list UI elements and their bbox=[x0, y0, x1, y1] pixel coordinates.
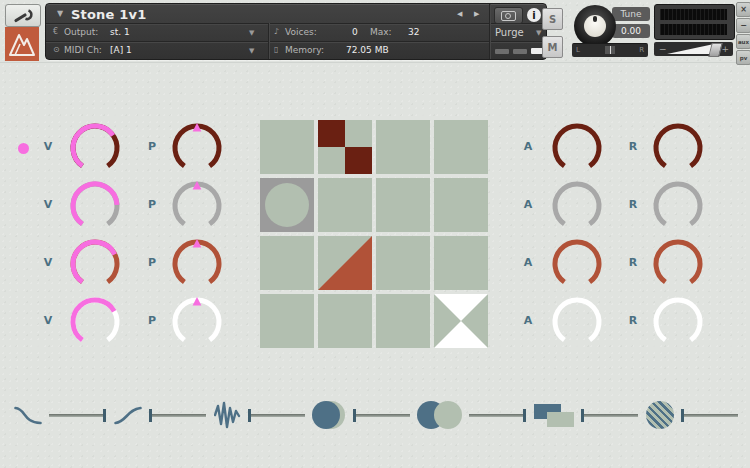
volume-knob-layer-4[interactable] bbox=[69, 296, 121, 348]
close-button[interactable]: × bbox=[736, 2, 750, 17]
instrument-panel: VPARVPARVPARVPAR bbox=[0, 62, 750, 468]
prev-instrument-icon[interactable]: ◀ bbox=[457, 10, 462, 18]
purge-indicator-bar bbox=[495, 49, 509, 54]
moon-phase-slider[interactable] bbox=[353, 408, 410, 423]
grid-cell-r2c2[interactable] bbox=[318, 178, 372, 232]
pan-right-label: R bbox=[639, 46, 644, 54]
attack-label-layer-4: A bbox=[521, 314, 535, 327]
pan-slider[interactable]: L R bbox=[572, 43, 648, 57]
pan-knob-layer-2-arc bbox=[171, 180, 223, 232]
pan-knob-layer-4[interactable] bbox=[171, 296, 223, 348]
slider-track bbox=[353, 414, 410, 417]
attack-slider[interactable] bbox=[149, 408, 206, 423]
volume-wedge bbox=[667, 44, 714, 54]
volume-knob-layer-3[interactable] bbox=[69, 238, 121, 290]
grid-cell-r4c2[interactable] bbox=[318, 294, 372, 348]
overlap-circles-icon bbox=[417, 401, 462, 429]
attack-knob-layer-1-arc bbox=[551, 122, 603, 174]
pan-knob-layer-1-arc bbox=[171, 122, 223, 174]
midi-dropdown-icon[interactable]: ▼ bbox=[249, 47, 254, 55]
overlap-rects-slider[interactable] bbox=[581, 408, 638, 423]
mute-button[interactable]: M bbox=[542, 36, 563, 58]
grid-cell-r3c1[interactable] bbox=[260, 236, 314, 290]
attack-label-layer-2: A bbox=[521, 198, 535, 211]
memory-value: 72.05 MB bbox=[346, 45, 389, 55]
output-value[interactable]: st. 1 bbox=[110, 27, 130, 37]
next-instrument-icon[interactable]: ▶ bbox=[474, 10, 479, 18]
active-layer-indicator bbox=[18, 143, 29, 154]
slider-tick[interactable] bbox=[149, 409, 152, 422]
max-voices-label: Max: bbox=[370, 27, 392, 37]
moon-phase-icon bbox=[312, 401, 345, 429]
minimize-button[interactable]: − bbox=[736, 18, 750, 33]
grid-cell-r3c2[interactable] bbox=[318, 236, 372, 290]
release-knob-layer-3[interactable] bbox=[652, 238, 704, 290]
grid-cell-r1c4[interactable] bbox=[434, 120, 488, 174]
release-knob-layer-1[interactable] bbox=[652, 122, 704, 174]
grid-cell-r2c4[interactable] bbox=[434, 178, 488, 232]
volume-knob-layer-2[interactable] bbox=[69, 180, 121, 232]
purge-dropdown-icon[interactable]: ▼ bbox=[536, 29, 541, 37]
grid-cell-r2c1[interactable] bbox=[260, 178, 314, 232]
grid-cell-r2c3[interactable] bbox=[376, 178, 430, 232]
snapshot-camera-button[interactable] bbox=[494, 7, 523, 24]
volume-slider[interactable]: − + bbox=[654, 42, 733, 56]
hatched-circle-slider[interactable] bbox=[681, 408, 738, 423]
slider-tick[interactable] bbox=[353, 409, 356, 422]
pan-knob-layer-2[interactable] bbox=[171, 180, 223, 232]
release-knob-layer-4-arc bbox=[652, 296, 704, 348]
slider-tick[interactable] bbox=[248, 409, 251, 422]
grid-cell-r4c3[interactable] bbox=[376, 294, 430, 348]
instrument-logo bbox=[5, 27, 39, 61]
output-routing-icon: € bbox=[53, 27, 58, 36]
attack-knob-layer-4[interactable] bbox=[551, 296, 603, 348]
slider-track bbox=[469, 414, 526, 417]
grid-cell-r3c3[interactable] bbox=[376, 236, 430, 290]
grid-cell-r1c1[interactable] bbox=[260, 120, 314, 174]
volume-minus-label: − bbox=[659, 44, 667, 54]
release-knob-layer-2[interactable] bbox=[652, 180, 704, 232]
purge-button[interactable]: Purge bbox=[495, 27, 524, 38]
output-dropdown-icon[interactable]: ▼ bbox=[249, 29, 254, 37]
grid-cell-r4c4[interactable] bbox=[434, 294, 488, 348]
edit-wrench-button[interactable] bbox=[5, 4, 41, 27]
pan-label-layer-1: P bbox=[145, 140, 159, 153]
release-knob-layer-4[interactable] bbox=[652, 296, 704, 348]
slider-tick[interactable] bbox=[681, 409, 684, 422]
pan-knob-layer-3[interactable] bbox=[171, 238, 223, 290]
aux-button[interactable]: aux bbox=[736, 34, 750, 49]
overlap-circles-slider[interactable] bbox=[469, 408, 526, 423]
slider-tick[interactable] bbox=[103, 409, 106, 422]
info-button[interactable]: i bbox=[527, 8, 541, 22]
decay-curve-icon bbox=[14, 404, 42, 426]
kontakt-header: ▼ Stone 1v1 ◀ ▶ i € Output: st. 1 ▼ ⊙ MI… bbox=[0, 0, 750, 63]
tune-value[interactable]: 0.00 bbox=[612, 24, 650, 38]
pan-knob-layer-1[interactable] bbox=[171, 122, 223, 174]
attack-knob-layer-2[interactable] bbox=[551, 180, 603, 232]
decay-slider[interactable] bbox=[49, 408, 106, 423]
volume-handle[interactable] bbox=[708, 43, 722, 57]
waveform-slider[interactable] bbox=[248, 408, 305, 423]
grid-cell-r4c1[interactable] bbox=[260, 294, 314, 348]
camera-lens-icon bbox=[505, 13, 511, 19]
attack-knob-layer-1[interactable] bbox=[551, 122, 603, 174]
max-voices-value[interactable]: 32 bbox=[408, 27, 419, 37]
tune-knob[interactable] bbox=[574, 5, 616, 47]
midi-channel-value[interactable]: [A] 1 bbox=[110, 45, 132, 55]
grid-cell-r3c4[interactable] bbox=[434, 236, 488, 290]
cell-triangle-shape bbox=[318, 236, 372, 290]
attack-knob-layer-3[interactable] bbox=[551, 238, 603, 290]
solo-button[interactable]: S bbox=[542, 8, 563, 30]
wrench-icon bbox=[12, 9, 34, 23]
voices-icon: ♪ bbox=[274, 27, 279, 36]
grid-cell-r1c3[interactable] bbox=[376, 120, 430, 174]
slider-tick[interactable] bbox=[523, 409, 526, 422]
volume-knob-layer-1[interactable] bbox=[69, 122, 121, 174]
grid-cell-r1c2[interactable] bbox=[318, 120, 372, 174]
collapse-arrow-icon[interactable]: ▼ bbox=[57, 9, 63, 18]
slider-tick[interactable] bbox=[581, 409, 584, 422]
memory-label: Memory: bbox=[285, 45, 324, 55]
instrument-title[interactable]: Stone 1v1 bbox=[71, 7, 146, 22]
pan-handle[interactable] bbox=[605, 46, 615, 54]
volume-label-layer-1: V bbox=[41, 140, 55, 153]
